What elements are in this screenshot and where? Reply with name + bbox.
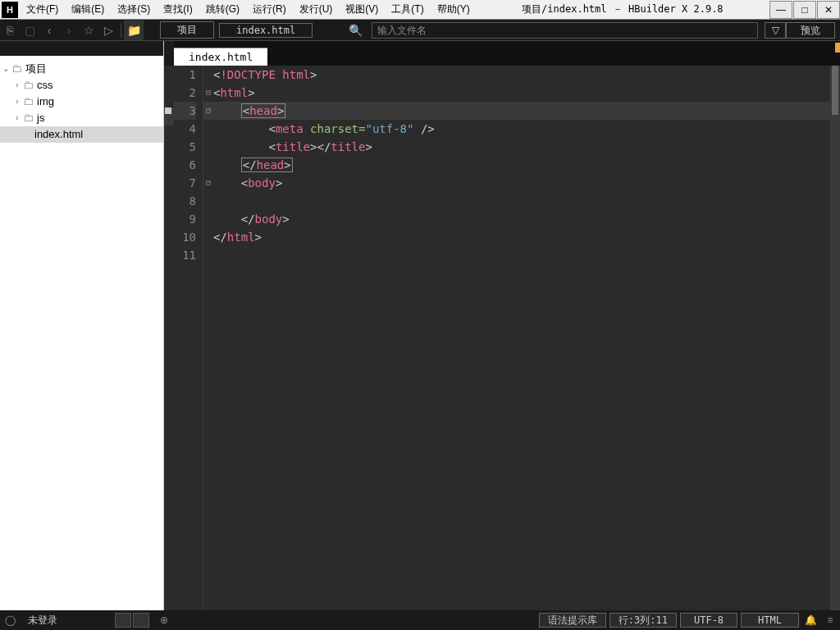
search-icon[interactable]: 🔍 [345, 21, 365, 40]
tab-index-html[interactable]: index.html [174, 48, 267, 66]
window-title: 项目/index.html － HBuilder X 2.9.8 [477, 2, 769, 16]
menu-goto[interactable]: 跳转(G) [199, 1, 246, 18]
encoding-selector[interactable]: UTF-8 [680, 613, 737, 628]
maximize-button[interactable]: □ [793, 1, 816, 19]
filter-icon[interactable]: ▽ [765, 22, 786, 39]
back-icon[interactable]: ‹ [39, 21, 59, 40]
bell-icon[interactable]: 🔔 [801, 614, 820, 626]
tree-file-index[interactable]: index.html [0, 126, 163, 143]
menu-help[interactable]: 帮助(Y) [431, 1, 477, 18]
folder-icon: 🗀 [23, 78, 34, 93]
tree-folder-img[interactable]: ›🗀img [0, 94, 163, 110]
menu-find[interactable]: 查找(I) [157, 1, 199, 18]
menu-tools[interactable]: 工具(T) [385, 1, 430, 18]
statusbar: ◯ 未登录 ⊕ 语法提示库 行:3列:11 UTF-8 HTML 🔔 ≡ [0, 610, 840, 630]
language-selector[interactable]: HTML [741, 613, 799, 628]
menubar: 文件(F) 编辑(E) 选择(S) 查找(I) 跳转(G) 运行(R) 发行(U… [20, 1, 477, 18]
menu-icon[interactable]: ≡ [820, 614, 840, 626]
syntax-hints-button[interactable]: 语法提示库 [539, 613, 606, 628]
browser-icon[interactable]: ⊕ [154, 614, 174, 626]
login-status[interactable]: 未登录 [20, 614, 66, 628]
star-icon[interactable]: ☆ [79, 21, 98, 40]
vertical-scrollbar[interactable] [830, 66, 840, 610]
search-input[interactable]: 输入文件名 [372, 22, 758, 39]
forward-icon[interactable]: › [59, 21, 79, 40]
menu-file[interactable]: 文件(F) [20, 1, 65, 18]
editor-tabs: index.html [174, 41, 840, 66]
terminal-icon[interactable] [115, 613, 131, 628]
close-button[interactable]: ✕ [817, 1, 840, 19]
titlebar: H 文件(F) 编辑(E) 选择(S) 查找(I) 跳转(G) 运行(R) 发行… [0, 0, 840, 20]
toolbar: ⎘ ▢ ‹ › ☆ ▷ 📁 项目 index.html 🔍 输入文件名 ▽ 预览 [0, 20, 840, 41]
tree-root-label: 项目 [25, 62, 47, 76]
folder-icon: 🗀 [11, 62, 22, 76]
breadcrumb-project[interactable]: 项目 [160, 21, 214, 39]
tree-label: index.html [34, 127, 83, 142]
menu-view[interactable]: 视图(V) [339, 1, 385, 18]
menu-edit[interactable]: 编辑(E) [65, 1, 111, 18]
minimap-indicator [835, 43, 840, 52]
menu-select[interactable]: 选择(S) [111, 1, 157, 18]
tree-label: css [37, 78, 53, 93]
cursor-position: 行:3列:11 [609, 613, 677, 628]
app-icon: H [2, 2, 18, 18]
breadcrumb-file[interactable]: index.html [219, 23, 313, 38]
tree-folder-css[interactable]: ›🗀css [0, 77, 163, 94]
file-tree: ⌄🗀项目 ›🗀css ›🗀img ›🗀js index.html [0, 56, 163, 610]
collapse-sidebar-icon[interactable]: ⎘ [0, 21, 20, 40]
console-icon[interactable] [133, 613, 149, 628]
preview-button[interactable]: 预览 [786, 22, 835, 39]
tree-root[interactable]: ⌄🗀项目 [0, 61, 163, 77]
minimize-button[interactable]: — [769, 1, 792, 19]
user-icon[interactable]: ◯ [0, 614, 20, 626]
tree-label: img [37, 94, 54, 109]
code-editor[interactable]: 1234567891011 ⊟⊟⊟ <!DOCTYPE html><html> … [164, 66, 840, 610]
folder-icon: 🗀 [23, 94, 34, 109]
new-file-icon[interactable]: ▢ [20, 21, 39, 40]
tree-label: js [37, 111, 44, 126]
sidebar: ⌄🗀项目 ›🗀css ›🗀img ›🗀js index.html [0, 41, 164, 610]
folder-icon: 🗀 [23, 111, 34, 126]
tree-folder-js[interactable]: ›🗀js [0, 110, 163, 126]
run-icon[interactable]: ▷ [98, 21, 118, 40]
menu-run[interactable]: 运行(R) [246, 1, 293, 18]
folder-icon[interactable]: 📁 [124, 21, 144, 40]
menu-release[interactable]: 发行(U) [293, 1, 340, 18]
